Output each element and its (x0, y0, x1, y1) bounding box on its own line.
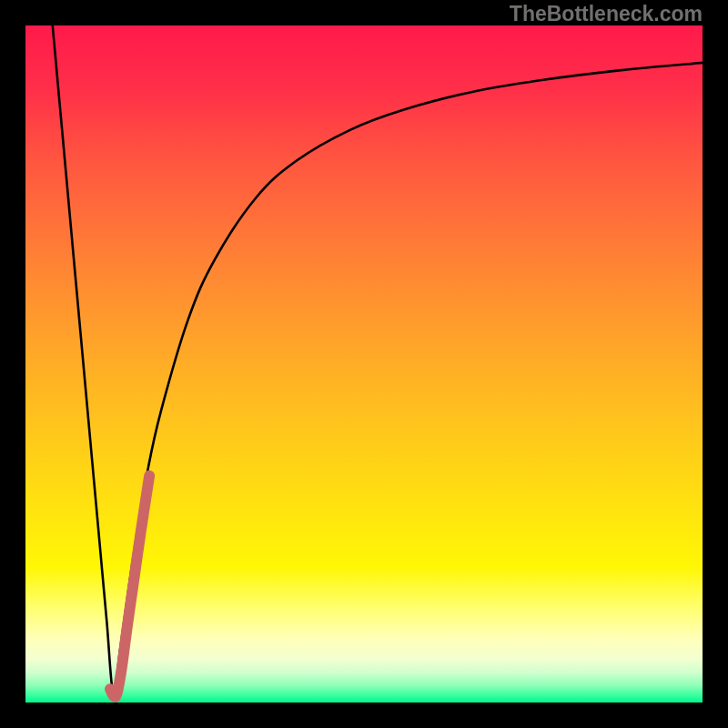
highlight-segment (110, 476, 149, 697)
chart-frame: TheBottleneck.com (0, 0, 728, 728)
watermark-text: TheBottleneck.com (510, 2, 703, 26)
curves-layer (25, 25, 703, 703)
bottleneck-curve (53, 25, 703, 696)
plot-area (25, 25, 703, 703)
